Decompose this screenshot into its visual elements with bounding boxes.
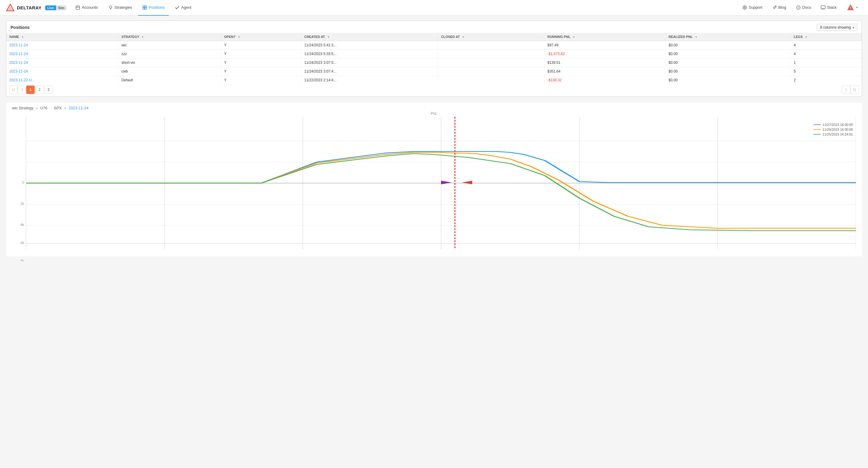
user-avatar-area[interactable]: ! ▾ — [842, 0, 862, 16]
col-open: OPEN? ▼ — [221, 33, 301, 41]
position-running-pnl: -$1,673.82 — [544, 50, 665, 59]
nav-strategies[interactable]: Strategies — [104, 0, 136, 16]
closed-filter-icon[interactable]: ▼ — [462, 36, 465, 38]
wrench-icon — [772, 5, 777, 10]
position-created-at: 11/24/2023 3:07:5... — [301, 59, 438, 67]
svg-marker-36 — [441, 181, 452, 184]
position-strategy: short-vix — [118, 59, 221, 67]
position-name-link[interactable]: 2023-11-24 — [9, 69, 28, 73]
mode-badge-group[interactable]: Live Sim — [45, 5, 66, 10]
legend-label: 11/25/2023 14:24:01 — [823, 133, 853, 136]
prev-page-button[interactable]: ⟨ — [18, 86, 26, 94]
breadcrumb-strategy: wic Strategy — [12, 106, 33, 110]
y-axis-label: 0 — [22, 181, 26, 184]
question-icon: ? — [796, 5, 801, 10]
open-filter-icon[interactable]: ▼ — [238, 36, 240, 38]
breadcrumb-arrow2: » — [64, 106, 66, 110]
chart-section: wic Strategy » U76 SPX » 2023-11-24 PnL … — [6, 103, 862, 256]
legend-item: 11/25/2023 14:24:01 — [813, 133, 853, 136]
running-pnl-filter-icon[interactable]: ▼ — [572, 36, 575, 38]
table-title: Positions — [10, 25, 30, 30]
realized-pnl-filter-icon[interactable]: ▼ — [695, 36, 698, 38]
page-button-2[interactable]: 2 — [35, 86, 44, 94]
chart-breadcrumb: wic Strategy » U76 SPX » 2023-11-24 — [6, 103, 862, 111]
created-filter-icon[interactable]: ▼ — [327, 36, 330, 38]
position-running-pnl: $351.64 — [544, 67, 665, 76]
table-row[interactable]: 2023-11-24 wic Y 11/24/2023 5:41:3... $9… — [6, 41, 862, 50]
position-closed-at — [438, 59, 544, 67]
svg-text:!: ! — [850, 6, 851, 10]
last-page-button[interactable]: ⟩⟩ — [850, 86, 859, 94]
navbar: DELTARAY Live Sim Accounts Strategies Po… — [0, 0, 868, 16]
legend-label: 11/26/2023 16:00:00 — [823, 128, 853, 131]
position-open: Y — [221, 50, 301, 59]
nav-docs[interactable]: ? Docs — [792, 0, 815, 16]
positions-table-card: Positions 8 columns showing ▾ NAME ▼ STR… — [6, 21, 862, 97]
y-axis-label: -2k — [20, 202, 26, 205]
position-strategy: cwb — [118, 67, 221, 76]
nav-support[interactable]: Support — [738, 0, 767, 16]
chart-with-axes: 0-2k-4k-6k-8k-10k — [12, 117, 856, 250]
sim-badge[interactable]: Sim — [56, 5, 66, 10]
position-legs: 5 — [790, 67, 862, 76]
table-row[interactable]: 2023-11-24 zzz Y 11/24/2023 5:33:5... -$… — [6, 50, 862, 59]
breadcrumb-arrow1: » — [36, 106, 38, 110]
position-open: Y — [221, 41, 301, 50]
position-closed-at — [438, 67, 544, 76]
y-axis: 0-2k-4k-6k-8k-10k — [12, 117, 26, 249]
strategy-filter-icon[interactable]: ▼ — [141, 36, 144, 38]
position-created-at: 11/22/2023 2:14:4... — [301, 76, 438, 85]
breadcrumb-date-link[interactable]: 2023-11-24 — [68, 106, 89, 110]
nav-slack-label: Slack — [827, 5, 837, 10]
nav-slack[interactable]: Slack — [816, 0, 841, 16]
nav-blog[interactable]: Blog — [768, 0, 790, 16]
legs-filter-icon[interactable]: ▼ — [805, 36, 807, 38]
col-created-at: CREATED AT ▼ — [301, 33, 438, 41]
columns-select-dropdown[interactable]: 8 columns showing ▾ — [817, 24, 858, 31]
svg-rect-10 — [145, 6, 147, 7]
life-ring-icon — [742, 5, 747, 10]
page-button-1[interactable]: 1 — [26, 86, 35, 94]
table-header: NAME ▼ STRATEGY ▼ OPEN? ▼ CREATED AT ▼ C… — [6, 33, 862, 41]
nav-positions[interactable]: Positions — [138, 0, 169, 16]
position-created-at: 11/24/2023 5:41:3... — [301, 41, 438, 50]
position-running-pnl: -$138.32 — [544, 76, 665, 85]
table-header-row: Positions 8 columns showing ▾ — [6, 21, 862, 33]
chevron-down-icon: ▾ — [852, 26, 854, 29]
svg-rect-12 — [145, 8, 147, 9]
svg-text:?: ? — [798, 6, 799, 9]
logo-area: DELTARAY Live Sim — [6, 4, 66, 12]
position-name-link[interactable]: 2023-11-24 — [9, 61, 28, 65]
nav-agent[interactable]: Agent — [170, 0, 195, 16]
position-name-link[interactable]: 2023-11-24 — [9, 43, 28, 47]
position-open: Y — [221, 59, 301, 67]
table-row[interactable]: 2023-11-24 cwb Y 11/24/2023 3:07:4... $3… — [6, 67, 862, 76]
main-content: Positions 8 columns showing ▾ NAME ▼ STR… — [0, 16, 868, 261]
nav-support-label: Support — [749, 5, 763, 10]
position-name-link[interactable]: 2023-11-24 — [9, 52, 28, 56]
first-page-button[interactable]: ⟨⟨ — [9, 86, 18, 94]
pagination-center: 123 — [26, 86, 53, 94]
name-filter-icon[interactable]: ▼ — [21, 36, 24, 38]
position-name-link[interactable]: 2023-11-22-U... — [9, 78, 35, 82]
next-page-button[interactable]: ⟩ — [842, 86, 850, 94]
table-row[interactable]: 2023-11-24 short-vix Y 11/24/2023 3:07:5… — [6, 59, 862, 67]
breadcrumb-id: U76 — [40, 106, 47, 110]
position-legs: 4 — [790, 50, 862, 59]
chart-legend: 11/27/2023 16:00:00 11/26/2023 16:00:00 … — [813, 123, 853, 136]
legend-color-line — [813, 129, 821, 130]
page-button-3[interactable]: 3 — [44, 86, 53, 94]
position-strategy: Default — [118, 76, 221, 85]
nav-accounts[interactable]: Accounts — [71, 0, 102, 16]
position-running-pnl: $97.49 — [544, 41, 665, 50]
position-open: Y — [221, 67, 301, 76]
nav-docs-label: Docs — [802, 5, 811, 10]
legend-color-line — [813, 134, 821, 135]
live-badge[interactable]: Live — [45, 5, 56, 10]
position-realized-pnl: $0.00 — [665, 76, 790, 85]
position-running-pnl: $139.51 — [544, 59, 665, 67]
legend-label: 11/27/2023 16:00:00 — [823, 123, 853, 127]
table-row[interactable]: 2023-11-22-U... Default Y 11/22/2023 2:1… — [6, 76, 862, 85]
breadcrumb-symbol: SPX — [54, 106, 62, 110]
col-realized-pnl: REALIZED PNL ▼ — [665, 33, 790, 41]
